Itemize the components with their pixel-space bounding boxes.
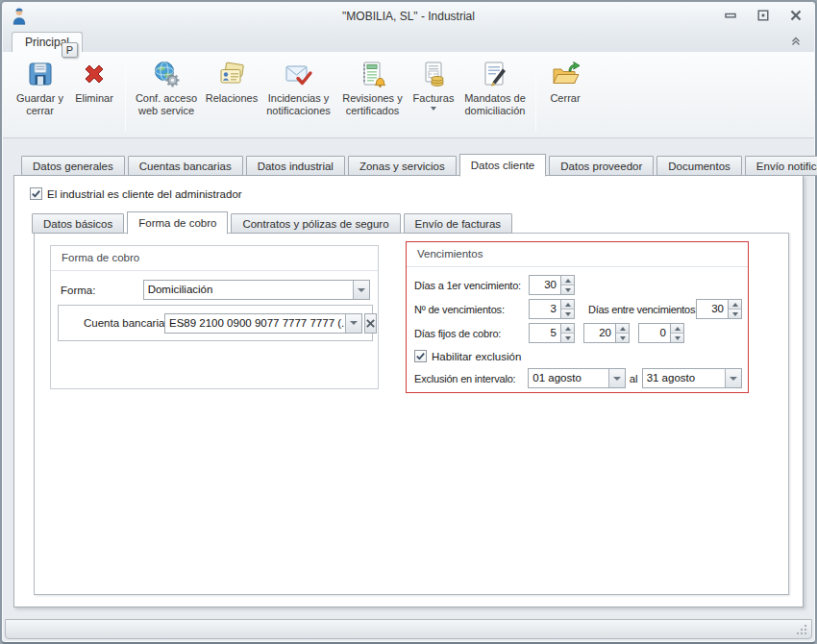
spinner-value[interactable]: 3 — [529, 299, 560, 319]
spin-down-icon[interactable] — [561, 334, 574, 342]
cuenta-bancaria-combobox[interactable]: ES89 2100 0900 9077 7777 7777 (... — [164, 313, 362, 334]
forma-combobox[interactable]: Domiciliación — [143, 280, 370, 300]
chevron-down-icon[interactable] — [608, 369, 625, 387]
incidencias-y-notificaciones-button[interactable]: Incidencias y notificaciones — [260, 55, 336, 134]
titlebar: "MOBILIA, SL" - Industrial — [3, 3, 814, 30]
button-label: Relaciones — [206, 92, 258, 105]
spin-buttons — [615, 323, 630, 343]
tab-label: Envío de facturas — [415, 218, 502, 230]
save-icon — [25, 59, 56, 89]
revisiones-y-certificados-button[interactable]: Revisiones y certificados — [336, 55, 408, 134]
spinner-value[interactable]: 20 — [583, 323, 615, 343]
close-button[interactable] — [787, 7, 805, 24]
spin-down-icon[interactable] — [561, 310, 574, 318]
exclusion-desde-value: 01 agosto — [529, 369, 607, 387]
tab-label: Datos industrial — [258, 161, 334, 172]
tab-zonas-y-servicios[interactable]: Zonas y servicios — [348, 156, 457, 176]
spinner-value[interactable]: 30 — [696, 299, 728, 319]
tab-datos-generales[interactable]: Datos generales — [21, 156, 125, 176]
resize-grip[interactable] — [796, 623, 808, 635]
chevron-down-icon[interactable] — [353, 281, 369, 299]
relaciones-button[interactable]: Relaciones — [203, 55, 260, 134]
habilitar-exclusion-checkbox[interactable]: Habilitar exclusión — [414, 350, 521, 362]
button-label: Eliminar — [75, 92, 113, 105]
spin-down-icon[interactable] — [729, 310, 741, 318]
button-label: Revisiones y certificados — [336, 92, 408, 117]
exclusion-desde-combobox[interactable]: 01 agosto — [528, 368, 625, 388]
relations-icon — [216, 59, 247, 89]
spin-buttons — [560, 275, 575, 295]
dias-1er-vencimiento-spinner[interactable]: 30 — [529, 275, 575, 295]
spin-down-icon[interactable] — [671, 334, 683, 342]
spin-up-icon[interactable] — [729, 300, 741, 310]
spin-buttons — [670, 323, 684, 343]
facturas-dropdown-arrow[interactable] — [431, 107, 436, 111]
exclusion-hasta-combobox[interactable]: 31 agosto — [642, 368, 742, 388]
spin-buttons — [560, 323, 575, 343]
tab-label: Cuentas bancarias — [139, 161, 232, 172]
spin-up-icon[interactable] — [616, 324, 629, 334]
spin-up-icon[interactable] — [561, 276, 574, 285]
dias-1er-vencimiento-label: Días a 1er vencimiento: — [414, 280, 529, 291]
button-label: Conf. acceso web service — [130, 92, 203, 117]
dia-fijo-1-spinner[interactable]: 5 — [529, 323, 575, 343]
tab-label: Forma de cobro — [138, 217, 216, 229]
spinner-value[interactable]: 30 — [529, 275, 560, 295]
button-label: Mandatos de domiciliación — [458, 92, 532, 117]
tab-label: Datos básicos — [43, 218, 112, 230]
close-folder-icon — [550, 59, 581, 89]
guardar-y-cerrar-button[interactable]: Guardar y cerrar — [12, 55, 67, 134]
tab-label: Documentos — [668, 161, 730, 172]
dias-entre-vencimientos-spinner[interactable]: 30 — [696, 299, 742, 319]
cliente-administrador-checkbox[interactable]: El industrial es cliente del administrad… — [30, 187, 242, 200]
spinner-value[interactable]: 5 — [529, 323, 560, 343]
cuenta-bancaria-value: ES89 2100 0900 9077 7777 7777 (... — [165, 314, 345, 333]
dia-fijo-2-spinner[interactable]: 20 — [583, 323, 630, 343]
tab-label: Datos proveedor — [560, 161, 642, 172]
subtab-datos-basicos[interactable]: Datos básicos — [32, 213, 124, 234]
spinner-value[interactable]: 0 — [638, 323, 670, 343]
subtab-forma-de-cobro[interactable]: Forma de cobro — [127, 211, 228, 235]
tab-datos-cliente[interactable]: Datos cliente — [459, 154, 546, 177]
spin-up-icon[interactable] — [561, 324, 574, 334]
eliminar-button[interactable]: Eliminar — [67, 55, 121, 134]
sub-tab-strip: Datos básicos Forma de cobro Contratos y… — [32, 211, 515, 234]
forma-de-cobro-page: Forma de cobro Forma: Domiciliación Cuen… — [34, 233, 789, 595]
spin-up-icon[interactable] — [671, 324, 683, 334]
forma-label: Forma: — [61, 285, 143, 296]
app-window: "MOBILIA, SL" - Industrial Principal P — [0, 0, 817, 644]
tab-label: Envío notificaciones — [756, 161, 817, 172]
subtab-envio-de-facturas[interactable]: Envío de facturas — [404, 213, 513, 234]
dias-entre-vencimientos-label: Días entre vencimientos: — [588, 304, 696, 315]
spin-down-icon[interactable] — [616, 334, 629, 342]
num-vencimientos-spinner[interactable]: 3 — [529, 299, 575, 319]
keytip-badge: P — [62, 42, 78, 58]
tab-label: Datos cliente — [471, 160, 534, 171]
restore-button[interactable] — [755, 7, 772, 24]
mandatos-de-domiciliacion-button[interactable]: Mandatos de domiciliación — [458, 55, 532, 134]
collapse-ribbon-icon[interactable] — [789, 35, 803, 48]
chevron-down-icon[interactable] — [725, 369, 741, 387]
tab-documentos[interactable]: Documentos — [656, 156, 742, 176]
group-title: Vencimientos — [407, 242, 748, 267]
tab-datos-industrial[interactable]: Datos industrial — [246, 156, 345, 176]
clear-cuenta-button[interactable] — [364, 313, 377, 334]
facturas-button[interactable]: Facturas — [408, 55, 458, 134]
dia-fijo-3-spinner[interactable]: 0 — [638, 323, 684, 343]
tab-envio-notificaciones[interactable]: Envío notificaciones — [745, 156, 817, 176]
minimize-button[interactable] — [722, 7, 739, 24]
chevron-down-icon[interactable] — [345, 314, 361, 333]
checkbox-check-icon — [30, 187, 42, 200]
cerrar-button[interactable]: Cerrar — [540, 55, 590, 134]
tab-datos-proveedor[interactable]: Datos proveedor — [549, 156, 654, 176]
tab-cuentas-bancarias[interactable]: Cuentas bancarias — [128, 156, 243, 176]
spin-down-icon[interactable] — [561, 285, 574, 294]
ribbon-separator — [125, 58, 126, 131]
spin-buttons — [728, 299, 742, 319]
delete-icon — [79, 59, 110, 89]
conf-acceso-web-service-button[interactable]: Conf. acceso web service — [130, 55, 203, 134]
spin-up-icon[interactable] — [561, 300, 574, 310]
workspace: Datos generales Cuentas bancarias Datos … — [3, 139, 814, 616]
subtab-contratos-y-polizas[interactable]: Contratos y pólizas de seguro — [231, 213, 400, 234]
forma-value: Domiciliación — [144, 281, 353, 299]
